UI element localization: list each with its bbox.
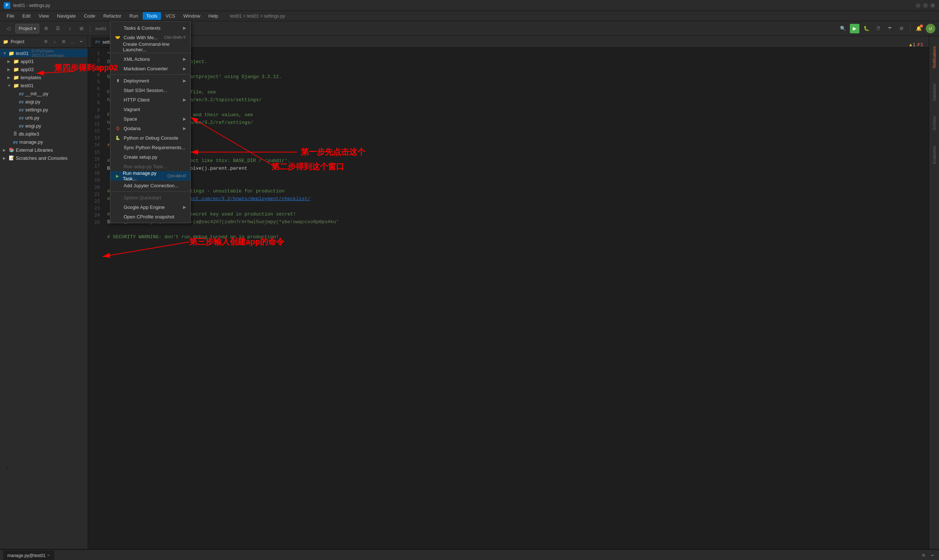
toolbar-back-button[interactable]: ◁ xyxy=(4,24,13,33)
endpoints-tab[interactable]: Endpoints xyxy=(930,138,939,171)
user-avatar[interactable]: U xyxy=(926,24,935,33)
menu-window[interactable]: Window xyxy=(180,12,204,20)
menu-navigate[interactable]: Navigate xyxy=(53,12,79,20)
code-line-9: For the full list of settings and their … xyxy=(107,111,924,119)
terminal-minimize-btn[interactable]: ━ xyxy=(929,552,936,559)
menu-create-launcher[interactable]: Create Command-line Launcher... xyxy=(110,42,190,52)
menu-xml-actions[interactable]: XML Actions ▶ xyxy=(110,54,190,64)
menu-markdown[interactable]: Markdown Converter ▶ xyxy=(110,64,190,73)
profile-button[interactable]: ⏱ xyxy=(873,24,883,33)
terminal-settings-btn[interactable]: ⚙ xyxy=(920,552,927,559)
menu-edit[interactable]: Edit xyxy=(19,12,34,20)
menu-tasks-contexts[interactable]: Tasks & Contexts ▶ xyxy=(110,23,190,32)
database-tab[interactable]: Database xyxy=(930,76,939,108)
debug-button[interactable]: 🐛 xyxy=(862,24,871,33)
code-editor[interactable]: """ Django settings for test01 project. … xyxy=(103,48,929,549)
menu-http-client[interactable]: HTTP Client ▶ xyxy=(110,95,190,105)
menu-create-setup[interactable]: Create setup.py xyxy=(110,152,190,162)
menu-view[interactable]: View xyxy=(35,12,52,20)
minimize-button[interactable]: ─ xyxy=(916,3,920,8)
code-line-23: SECRET_KEY = 'django-insecure-(a@zec42#7… xyxy=(107,218,924,226)
space-label: Space xyxy=(123,116,137,122)
menu-open-cprofile[interactable]: Open CProfile snapshot xyxy=(110,212,190,222)
expand-icon-root: ▼ xyxy=(3,51,7,55)
menu-python-debug-console[interactable]: 🐍 Python or Debug Console xyxy=(110,133,190,143)
menu-add-jupyter[interactable]: Add Jupyter Connection... xyxy=(110,181,190,190)
toolbar-list-button[interactable]: ☰ xyxy=(53,24,63,33)
menu-sync-requirements[interactable]: Sync Python Requirements... xyxy=(110,143,190,152)
tasks-label: Tasks & Contexts xyxy=(123,25,160,31)
menu-deployment[interactable]: ⬆ Deployment ▶ xyxy=(110,76,190,85)
line-num: 5 xyxy=(88,79,100,86)
menu-code[interactable]: Code xyxy=(80,12,99,20)
tree-item-external-libs[interactable]: ▶ 📚 External Libraries xyxy=(0,146,88,154)
tree-item-app01[interactable]: ▶ 📁 app01 xyxy=(0,57,88,65)
terminal-tab-close[interactable]: ✕ xyxy=(47,554,50,557)
tree-item-db[interactable]: 🗄 db.sqlite3 xyxy=(0,130,88,138)
init-label: __init__.py xyxy=(25,91,48,96)
sync-label: Sync Python Requirements... xyxy=(123,145,185,150)
structure-panel-toggle[interactable] xyxy=(0,467,7,470)
run-button[interactable]: ▶ xyxy=(850,24,859,33)
sidebar-pin-button[interactable]: ━ xyxy=(77,38,85,45)
sidebar-expand-button[interactable]: ⊞ xyxy=(60,38,67,45)
tree-item-urls[interactable]: py urls.py xyxy=(0,114,88,122)
notifications-button[interactable]: 🔔 xyxy=(914,24,924,33)
tree-item-app02[interactable]: ▶ 📁 app02 xyxy=(0,65,88,73)
search-everywhere-button[interactable]: 🔍 xyxy=(838,24,848,33)
toolbar-separator-1 xyxy=(90,25,90,32)
dropdown-sep-3 xyxy=(110,191,190,192)
run-manage-shortcut: Ctrl+Alt+R xyxy=(167,174,186,178)
tree-item-wsgi[interactable]: py wsgi.py xyxy=(0,122,88,130)
menu-vcs[interactable]: VCS xyxy=(162,12,179,20)
folder-icon-test01: 📁 xyxy=(13,83,19,88)
toolbar-expand-button[interactable]: ⊞ xyxy=(77,24,86,33)
markdown-icon xyxy=(115,66,121,71)
py-icon-manage: py xyxy=(13,140,18,144)
menu-help[interactable]: Help xyxy=(205,12,222,20)
sidebar-sort-button[interactable]: ↕ xyxy=(51,38,58,45)
python-debug-label: Python or Debug Console xyxy=(123,135,178,141)
scratches-icon: 📝 xyxy=(9,155,14,160)
maximize-button[interactable]: □ xyxy=(923,3,928,8)
menu-code-with-me[interactable]: 🤝 Code With Me... Ctrl+Shift+Y xyxy=(110,32,190,42)
tree-item-root[interactable]: ▼ 📁 test01 D:\PyCharm 2023.2.1\workspa..… xyxy=(0,49,88,57)
settings-gear-button[interactable]: ⚙ xyxy=(897,24,907,33)
menu-google-app-engine[interactable]: Google App Engine ▶ xyxy=(110,202,190,212)
http-icon xyxy=(115,97,121,103)
sidebar-more-button[interactable]: … xyxy=(69,38,76,45)
code-line-15: # Build paths inside the project like th… xyxy=(107,157,924,165)
menu-refactor[interactable]: Refactor xyxy=(100,12,125,20)
menu-tools[interactable]: Tools xyxy=(143,12,161,20)
sidebar-gear-button[interactable]: ⚙ xyxy=(42,38,49,45)
sciview-tab[interactable]: SciView xyxy=(930,109,939,138)
window-controls[interactable]: ─ □ ✕ xyxy=(916,3,935,8)
menu-vagrant[interactable]: Vagrant xyxy=(110,105,190,114)
menu-file[interactable]: File xyxy=(3,12,18,20)
menu-run-manage-py[interactable]: ▶ Run manage.py Task... Ctrl+Alt+R xyxy=(110,171,190,181)
code-line-10: https://docs.djangoproject.com/en/3.2/re… xyxy=(107,119,924,127)
notifications-tab[interactable]: Notifications xyxy=(930,39,939,75)
menu-run[interactable]: Run xyxy=(126,12,142,20)
tree-item-scratches[interactable]: ▶ 📝 Scratches and Consoles xyxy=(0,154,88,162)
tree-item-templates[interactable]: ▶ 📁 templates xyxy=(0,73,88,82)
menu-ssh-session[interactable]: Start SSH Session... xyxy=(110,85,190,95)
coverage-button[interactable]: ☂ xyxy=(885,24,894,33)
tree-item-test01-folder[interactable]: ▼ 📁 test01 xyxy=(0,82,88,89)
tree-item-asgi[interactable]: py asgi.py xyxy=(0,97,88,106)
tree-item-manage[interactable]: py manage.py xyxy=(0,138,88,146)
tree-item-init[interactable]: py __init__.py xyxy=(0,89,88,97)
toolbar-settings-button[interactable]: ⚙ xyxy=(42,24,51,33)
ext-libs-icon: 📚 xyxy=(9,147,14,152)
vagrant-icon xyxy=(115,106,121,112)
close-button[interactable]: ✕ xyxy=(930,3,935,8)
deployment-label: Deployment xyxy=(123,78,149,83)
tree-item-settings[interactable]: py settings.py xyxy=(0,106,88,114)
toolbar-sort-button[interactable]: ↕ xyxy=(65,24,74,33)
terminal-tab-manage[interactable]: manage.py@test01 ✕ xyxy=(3,551,54,560)
line-num: 14 xyxy=(88,142,100,149)
tasks-icon xyxy=(115,25,121,31)
menu-qodana[interactable]: Q Qodana ▶ xyxy=(110,123,190,133)
menu-space[interactable]: Space ▶ xyxy=(110,114,190,123)
project-selector[interactable]: Project ▾ xyxy=(15,24,39,33)
